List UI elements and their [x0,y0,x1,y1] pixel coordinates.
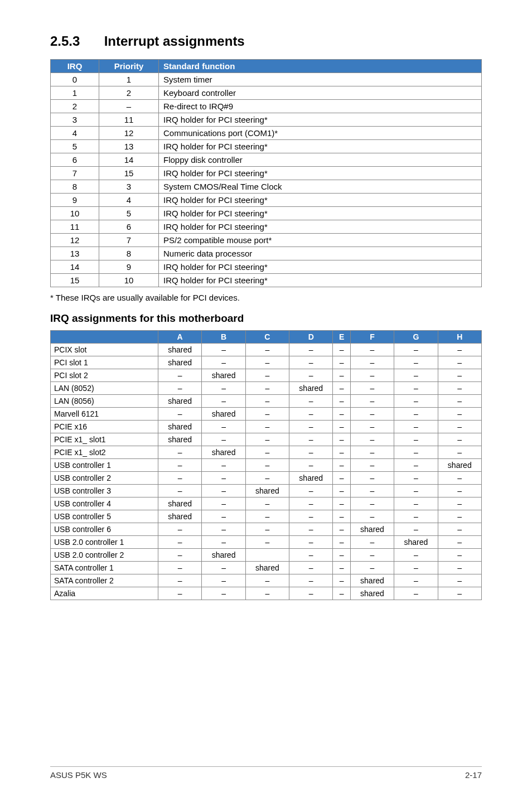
table-cell: PCIE x1_ slot1 [51,433,158,446]
table-cell: – [245,510,289,523]
table-cell: shared [202,549,245,562]
table-cell: – [245,356,289,369]
table-cell: 2 [99,86,159,100]
table-row: PCI slot 1shared––––––– [51,356,482,369]
table-cell: – [245,369,289,382]
table-cell: – [245,395,289,408]
table-cell: USB controller 6 [51,523,158,536]
table-row: 127PS/2 compatible mouse port* [51,234,482,247]
table-cell: – [245,433,289,446]
table-cell: shared [158,356,202,369]
table-cell: shared [289,472,333,485]
table-cell: – [394,421,438,433]
table-row: 614Floppy disk controller [51,153,482,167]
table-cell: – [202,433,245,446]
table-row: USB controller 6–––––shared–– [51,523,482,536]
table-cell: – [245,446,289,459]
table-row: 01System timer [51,73,482,86]
table-cell: – [394,562,438,574]
table-cell: – [438,562,481,574]
table-cell: – [394,408,438,421]
table-cell: shared [289,382,333,395]
table-cell: 1 [51,86,99,100]
table-cell: – [394,549,438,562]
table-cell: – [350,497,394,510]
page-footer: ASUS P5K WS 2-17 [50,766,482,780]
table-row: USB 2.0 controller 1––––––shared– [51,536,482,549]
footer-left: ASUS P5K WS [50,770,107,780]
table-cell: – [333,472,350,485]
irq-header-priority: Priority [99,60,159,73]
table-cell: – [202,356,245,369]
table-cell: – [394,382,438,395]
table-row: PCIX slotshared––––––– [51,344,482,356]
table-cell: USB controller 3 [51,485,158,497]
table-cell: – [202,587,245,600]
table-cell: 7 [99,234,159,247]
table-row: PCIE x16shared––––––– [51,421,482,433]
table-cell: – [202,472,245,485]
table-cell: Keyboard controller [159,86,482,100]
section-heading: 2.5.3 Interrupt assignments [50,33,482,49]
table-cell: – [289,562,333,574]
table-cell: Floppy disk controller [159,153,482,167]
table-cell: – [289,433,333,446]
table-cell: shared [245,562,289,574]
table-cell: – [333,408,350,421]
irq-assign-table: ABCDEFGH PCIX slotshared–––––––PCI slot … [50,330,482,600]
table-cell: – [245,459,289,472]
footer-right: 2-17 [465,770,482,780]
table-cell: – [350,421,394,433]
table-header-cell: A [158,331,202,344]
table-cell: – [158,523,202,536]
table-cell: – [158,485,202,497]
table-cell: – [394,523,438,536]
table-cell: USB controller 5 [51,510,158,523]
table-row: 1510IRQ holder for PCI steering* [51,274,482,287]
table-cell: 3 [51,113,99,127]
table-cell: – [350,356,394,369]
table-cell: – [438,356,481,369]
table-row: 12Keyboard controller [51,86,482,100]
table-cell: – [289,536,333,549]
table-cell: – [245,587,289,600]
table-cell: – [158,472,202,485]
table-cell: – [350,408,394,421]
table-cell: LAN (8052) [51,382,158,395]
table-row: USB controller 1–––––––shared [51,459,482,472]
table-row: USB 2.0 controller 2–shared––––– [51,549,482,562]
table-cell: PCI slot 2 [51,369,158,382]
table-cell: – [438,485,481,497]
table-cell: – [350,344,394,356]
table-cell: shared [158,395,202,408]
table-cell: – [289,510,333,523]
table-cell: – [289,344,333,356]
table-cell: – [394,344,438,356]
table-cell: shared [350,587,394,600]
table-cell: – [202,497,245,510]
irq-header-irq: IRQ [51,60,99,73]
table-cell: – [245,344,289,356]
table-cell: Azalia [51,587,158,600]
table-cell: – [333,485,350,497]
table-row: 83System CMOS/Real Time Clock [51,180,482,194]
table-cell: USB controller 1 [51,459,158,472]
table-cell: IRQ holder for PCI steering* [159,207,482,220]
table-cell: Re-direct to IRQ#9 [159,100,482,113]
table-cell: – [289,485,333,497]
table-cell: shared [245,485,289,497]
table-cell: – [350,446,394,459]
table-row: 412Communications port (COM1)* [51,127,482,140]
table-cell: – [333,459,350,472]
table-cell: – [289,395,333,408]
table-row: PCI slot 2–shared–––––– [51,369,482,382]
table-cell: 9 [99,260,159,274]
table-cell: – [333,587,350,600]
table-header-cell: E [333,331,350,344]
table-cell: – [350,433,394,446]
table-cell: 15 [51,274,99,287]
table-cell: – [394,369,438,382]
table-cell: – [333,356,350,369]
irq-header-function: Standard function [159,60,482,73]
table-cell: – [333,549,350,562]
